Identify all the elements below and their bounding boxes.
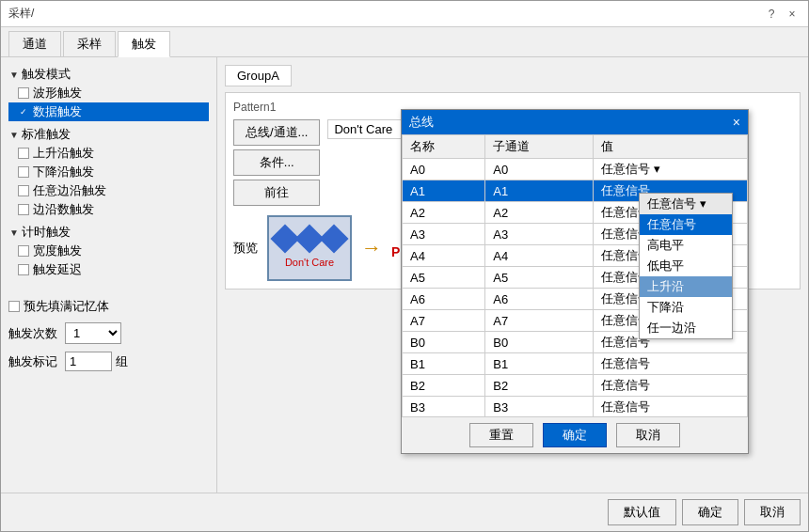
trigger-count-select[interactable]: 1 — [65, 322, 121, 344]
bus-table-row[interactable]: B2B2任意信号 — [403, 375, 748, 397]
value-dropdown[interactable]: 任意信号 ▾ 任意信号 高电平 低电平 上升沿 下降沿 任一边沿 — [639, 193, 733, 339]
bus-row-subchannel: B2 — [485, 375, 594, 397]
bus-row-value[interactable]: 任意信号 — [594, 397, 748, 417]
rising-edge-item[interactable]: 上升沿触发 — [8, 144, 209, 163]
close-button[interactable]: × — [784, 6, 801, 23]
rising-edge-checkbox[interactable] — [18, 148, 29, 159]
expand-icon-std: ▼ — [8, 129, 20, 140]
falling-edge-checkbox[interactable] — [18, 166, 29, 178]
edge-count-item[interactable]: 边沿数触发 — [8, 200, 209, 219]
bus-row-subchannel: B1 — [485, 353, 594, 375]
width-trigger-item[interactable]: 宽度触发 — [8, 242, 209, 260]
condition-button[interactable]: 条件... — [233, 149, 320, 176]
main-content: ▼ 触发模式 波形触发 ✓ 数据触发 ▼ 标准触发 — [1, 57, 808, 493]
bus-row-subchannel: A6 — [485, 289, 594, 310]
bus-row-name: B3 — [403, 397, 485, 417]
bus-dialog: 总线 × 名称 子通道 值 A0A0任意信号 ▾A1A1任意信号 — [401, 109, 749, 454]
bus-row-name: A3 — [403, 224, 485, 245]
bus-dialog-close-button[interactable]: × — [733, 115, 740, 130]
dropdown-item-5[interactable]: 上升沿 — [640, 276, 732, 297]
bus-dialog-footer: 重置 确定 取消 — [402, 416, 748, 453]
data-trigger-checkbox[interactable]: ✓ — [18, 106, 29, 117]
bus-dialog-title: 总线 — [409, 114, 434, 131]
any-edge-checkbox[interactable] — [18, 185, 29, 196]
bus-ok-button[interactable]: 确定 — [543, 423, 607, 447]
dropdown-item-selected[interactable]: 任意信号 — [640, 214, 732, 235]
main-window: 采样/ ? × 通道 采样 触发 ▼ 触发模式 波形触发 — [0, 0, 809, 532]
value-dropdown-trigger[interactable]: 任意信号 ▾ — [601, 162, 660, 176]
preview-dont-care-text: Don't Care — [285, 257, 334, 268]
dropdown-item-6[interactable]: 下降沿 — [640, 297, 732, 318]
bus-row-name: A0 — [403, 159, 485, 180]
bus-row-name: A4 — [403, 245, 485, 267]
bus-table-row[interactable]: A0A0任意信号 ▾ — [403, 159, 748, 180]
preview-diamonds — [275, 228, 344, 249]
bus-row-subchannel: A2 — [485, 202, 594, 224]
group-unit-label: 组 — [116, 353, 128, 370]
delay-trigger-item[interactable]: 触发延迟 — [8, 260, 209, 279]
ok-button[interactable]: 确定 — [682, 499, 738, 525]
bus-table-row[interactable]: B1B1任意信号 — [403, 353, 748, 375]
falling-edge-label: 下降沿触发 — [33, 164, 94, 180]
waveform-trigger-checkbox[interactable] — [18, 87, 29, 99]
any-edge-item[interactable]: 任意边沿触发 — [8, 181, 209, 200]
default-button[interactable]: 默认值 — [608, 499, 676, 525]
trigger-mode-header: ▼ 触发模式 — [8, 65, 209, 84]
group-tab[interactable]: GroupA — [225, 65, 292, 86]
data-trigger-item[interactable]: ✓ 数据触发 — [8, 102, 209, 121]
titlebar: 采样/ ? × — [1, 1, 808, 27]
trigger-count-label: 触发次数 — [8, 325, 57, 342]
trigger-mode-label: 触发模式 — [22, 66, 71, 83]
bus-reset-button[interactable]: 重置 — [469, 423, 533, 447]
bus-row-name: B2 — [403, 375, 485, 397]
bottom-options: 预先填满记忆体 触发次数 1 触发标记 组 — [8, 298, 209, 371]
bus-row-subchannel: A1 — [485, 180, 594, 202]
waveform-trigger-item[interactable]: 波形触发 — [8, 84, 209, 102]
edge-count-checkbox[interactable] — [18, 204, 29, 215]
trigger-count-row: 触发次数 1 — [8, 322, 209, 344]
dropdown-item-4[interactable]: 低电平 — [640, 256, 732, 276]
titlebar-buttons: ? × — [763, 6, 801, 23]
bus-row-subchannel: A0 — [485, 159, 594, 180]
bus-row-subchannel: A5 — [485, 267, 594, 289]
dropdown-item-1[interactable]: 任意信号 ▾ — [640, 194, 732, 214]
bus-row-subchannel: B3 — [485, 397, 594, 417]
help-button[interactable]: ? — [763, 6, 780, 23]
col-header-name: 名称 — [403, 135, 485, 159]
bus-row-value[interactable]: 任意信号 ▾ — [594, 159, 748, 180]
width-trigger-checkbox[interactable] — [18, 245, 29, 257]
trigger-mark-input[interactable] — [65, 352, 112, 371]
width-trigger-label: 宽度触发 — [33, 243, 82, 259]
bus-table-row[interactable]: B3B3任意信号 — [403, 397, 748, 417]
cancel-button[interactable]: 取消 — [744, 499, 801, 525]
forward-button[interactable]: 前往 — [233, 180, 320, 206]
prefill-row: 预先填满记忆体 — [8, 298, 209, 315]
timing-trigger-header: ▼ 计时触发 — [8, 223, 209, 242]
falling-edge-item[interactable]: 下降沿触发 — [8, 163, 209, 181]
standard-trigger-label: 标准触发 — [22, 126, 71, 143]
rising-edge-label: 上升沿触发 — [33, 145, 94, 162]
bus-row-value[interactable]: 任意信号 — [594, 353, 748, 375]
waveform-trigger-label: 波形触发 — [33, 85, 82, 102]
bus-channel-button[interactable]: 总线/通道... — [233, 119, 320, 146]
tab-trigger[interactable]: 触发 — [118, 31, 170, 57]
bus-row-name: A1 — [403, 180, 485, 202]
bus-row-value[interactable]: 任意信号 — [594, 375, 748, 397]
bus-cancel-button[interactable]: 取消 — [616, 423, 680, 447]
dropdown-item-7[interactable]: 任一边沿 — [640, 318, 732, 338]
delay-trigger-checkbox[interactable] — [18, 264, 29, 275]
prefill-checkbox[interactable] — [8, 301, 20, 312]
timing-trigger-section: ▼ 计时触发 宽度触发 触发延迟 — [8, 223, 209, 279]
dropdown-item-3[interactable]: 高电平 — [640, 235, 732, 256]
bus-row-name: A5 — [403, 267, 485, 289]
bus-row-subchannel: A7 — [485, 310, 594, 332]
delay-trigger-label: 触发延迟 — [33, 261, 82, 278]
bus-row-name: A2 — [403, 202, 485, 224]
tab-channel[interactable]: 通道 — [8, 31, 61, 56]
col-header-subchannel: 子通道 — [485, 135, 594, 159]
tab-sample[interactable]: 采样 — [63, 31, 116, 56]
bus-row-subchannel: B0 — [485, 332, 594, 353]
bus-row-name: A6 — [403, 289, 485, 310]
bus-row-subchannel: A4 — [485, 245, 594, 267]
edge-count-label: 边沿数触发 — [33, 201, 94, 218]
